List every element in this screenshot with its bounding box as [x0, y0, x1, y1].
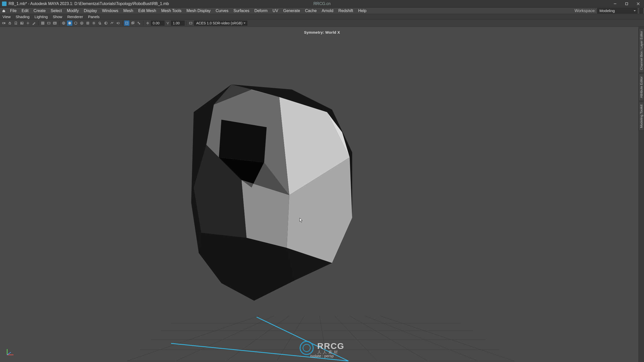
- svg-point-20: [117, 22, 119, 24]
- panelmenu-item-lighting[interactable]: Lighting: [32, 14, 50, 19]
- menu-item-curves[interactable]: Curves: [213, 8, 231, 14]
- tb-anti-alias-icon[interactable]: [109, 20, 115, 26]
- tb-exposure-icon[interactable]: [145, 20, 150, 26]
- tb-xray-joints-icon[interactable]: [136, 20, 142, 26]
- tb-wireframe-icon[interactable]: [61, 20, 66, 26]
- right-tab-strip: Channel Box / Layer EditorAttribute Edit…: [638, 27, 644, 362]
- svg-point-17: [99, 22, 101, 24]
- menu-item-deform[interactable]: Deform: [252, 8, 270, 14]
- tb-exposure-field[interactable]: 0.00: [151, 21, 165, 26]
- viewport-wrap: Symmetry: World X: [0, 27, 644, 362]
- tb-grease-pencil-icon[interactable]: [31, 20, 37, 26]
- tb-use-default-material-icon[interactable]: [73, 20, 78, 26]
- menu-item-create[interactable]: Create: [31, 8, 48, 14]
- svg-point-25: [139, 23, 140, 24]
- svg-line-39: [350, 316, 428, 361]
- svg-rect-4: [3, 22, 4, 24]
- menu-item-file[interactable]: File: [8, 8, 19, 14]
- titlebar: RB_1.mb* - Autodesk MAYA 2023.1: D:\Elem…: [0, 0, 644, 8]
- menu-item-generate[interactable]: Generate: [281, 8, 303, 14]
- tb-grid-icon[interactable]: [40, 20, 46, 26]
- tb-textured-icon[interactable]: [85, 20, 91, 26]
- tb-view-transform-icon[interactable]: [188, 20, 193, 26]
- tb-smooth-shade-icon[interactable]: [67, 20, 72, 26]
- sidebar-toggle[interactable]: [639, 8, 643, 14]
- tb-shadows-icon[interactable]: [97, 20, 103, 26]
- svg-rect-21: [126, 22, 128, 24]
- right-tab-modeling-toolkit[interactable]: Modeling Toolkit: [639, 102, 644, 131]
- menu-item-mesh-display[interactable]: Mesh Display: [184, 8, 213, 14]
- svg-line-43: [257, 317, 348, 361]
- svg-rect-10: [54, 22, 56, 24]
- tb-image-plane-icon[interactable]: [19, 20, 25, 26]
- panelmenu-item-view[interactable]: View: [0, 14, 13, 19]
- svg-rect-5: [9, 23, 11, 24]
- panel-toolbar: 0.00 1.00 ACES 1.0 SDR-video (sRGB): [0, 20, 644, 27]
- svg-point-12: [68, 22, 71, 24]
- tb-film-gate-icon[interactable]: [46, 20, 52, 26]
- tb-isolate-select-icon[interactable]: [124, 20, 130, 26]
- menu-item-display[interactable]: Display: [81, 8, 99, 14]
- mesh-head: [191, 84, 352, 301]
- minimize-button[interactable]: [609, 0, 621, 8]
- right-tab-attribute-editor[interactable]: Attribute Editor: [639, 74, 644, 101]
- app-icon: [2, 2, 7, 6]
- svg-line-38: [335, 316, 377, 361]
- tb-2d-pan-icon[interactable]: [25, 20, 31, 26]
- svg-point-24: [138, 22, 139, 23]
- panelmenu-item-panels[interactable]: Panels: [86, 14, 102, 19]
- panelmenu-item-shading[interactable]: Shading: [13, 14, 32, 19]
- tb-xray-icon[interactable]: [130, 20, 136, 26]
- close-button[interactable]: [632, 0, 644, 8]
- menu-item-windows[interactable]: Windows: [99, 8, 121, 14]
- svg-point-13: [74, 22, 77, 24]
- tb-use-all-lights-icon[interactable]: [91, 20, 97, 26]
- svg-line-40: [365, 316, 478, 361]
- panelmenu-item-renderer[interactable]: Renderer: [65, 14, 86, 19]
- svg-line-46: [7, 352, 11, 355]
- panel-menubar: ViewShadingLightingShowRendererPanels: [0, 14, 644, 20]
- svg-point-16: [93, 22, 94, 24]
- tb-motion-blur-icon[interactable]: [115, 20, 121, 26]
- menu-item-modify[interactable]: Modify: [64, 8, 81, 14]
- svg-line-37: [319, 316, 327, 361]
- tb-color-management-dropdown[interactable]: ACES 1.0 SDR-video (sRGB): [194, 21, 247, 26]
- workspace-value: Modeling: [599, 9, 615, 13]
- tb-wire-on-shaded-icon[interactable]: [79, 20, 85, 26]
- viewport[interactable]: Symmetry: World X: [0, 27, 644, 362]
- main-menubar: FileEditCreateSelectModifyDisplayWindows…: [0, 8, 644, 14]
- menu-item-help[interactable]: Help: [356, 8, 369, 14]
- tb-gate-mask-icon[interactable]: [52, 20, 58, 26]
- tb-lock-camera-icon[interactable]: [7, 20, 13, 26]
- workspace-dropdown[interactable]: Modeling: [597, 8, 637, 14]
- tb-gamma-field[interactable]: 1.00: [171, 21, 185, 26]
- right-tab-channel-box-layer-editor[interactable]: Channel Box / Layer Editor: [639, 28, 644, 73]
- svg-rect-1: [626, 3, 628, 5]
- svg-line-41: [380, 316, 514, 361]
- panelmenu-item-show[interactable]: Show: [50, 14, 65, 19]
- svg-line-34: [176, 316, 274, 361]
- tb-gamma-icon[interactable]: [165, 20, 171, 26]
- menu-item-mesh-tools[interactable]: Mesh Tools: [159, 8, 184, 14]
- menu-item-surfaces[interactable]: Surfaces: [231, 8, 252, 14]
- menu-item-edit-mesh[interactable]: Edit Mesh: [136, 8, 158, 14]
- maximize-button[interactable]: [621, 0, 632, 8]
- window-controls: [609, 0, 644, 8]
- menu-item-arnold[interactable]: Arnold: [319, 8, 336, 14]
- home-icon[interactable]: [2, 9, 6, 13]
- menu-item-select[interactable]: Select: [48, 8, 64, 14]
- tb-ao-icon[interactable]: [103, 20, 109, 26]
- menu-item-edit[interactable]: Edit: [19, 8, 31, 14]
- menu-item-uv[interactable]: UV: [270, 8, 281, 14]
- window-title: RB_1.mb* - Autodesk MAYA 2023.1: D:\Elem…: [9, 2, 169, 6]
- menu-item-mesh[interactable]: Mesh: [121, 8, 136, 14]
- menu-item-redshift[interactable]: Redshift: [336, 8, 356, 14]
- menu-item-cache[interactable]: Cache: [303, 8, 319, 14]
- tb-select-camera-icon[interactable]: [1, 20, 7, 26]
- axis-gizmo[interactable]: [5, 346, 16, 357]
- svg-line-42: [171, 343, 348, 361]
- workspace-label: Workspace:: [575, 9, 596, 13]
- svg-rect-27: [189, 22, 192, 24]
- svg-line-33: [127, 316, 259, 361]
- tb-bookmark-icon[interactable]: [13, 20, 19, 26]
